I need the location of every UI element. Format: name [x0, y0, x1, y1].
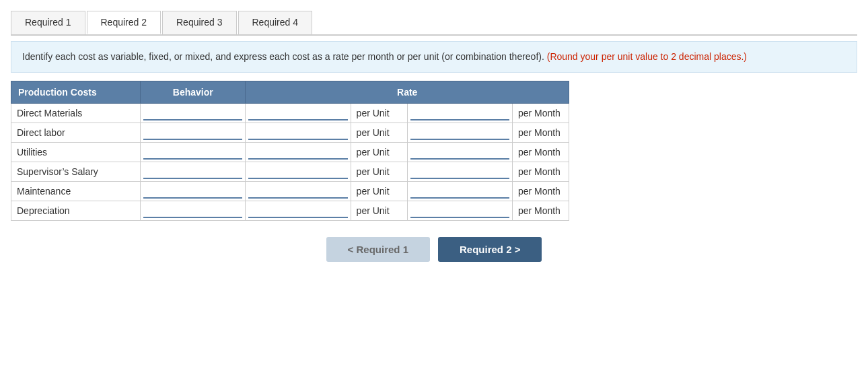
cost-label: Direct labor: [11, 123, 141, 143]
per-month-cell[interactable]: [407, 201, 512, 221]
behavior-cell[interactable]: [141, 182, 246, 201]
per-month-label: per Month: [512, 162, 569, 182]
header-rate: Rate: [246, 81, 569, 104]
tab-required-4[interactable]: Required 4: [238, 11, 313, 34]
tab-required-2[interactable]: Required 2: [87, 11, 161, 34]
table-row: Depreciationper Unitper Month: [11, 201, 569, 221]
table-row: Direct Materialsper Unitper Month: [11, 104, 569, 123]
cost-label: Maintenance: [11, 182, 141, 201]
per-unit-input[interactable]: [248, 106, 347, 120]
table-row: Direct laborper Unitper Month: [11, 123, 569, 143]
tab-required-3[interactable]: Required 3: [162, 11, 237, 34]
per-month-input[interactable]: [410, 203, 509, 218]
per-month-cell[interactable]: [407, 104, 512, 123]
cost-label: Direct Materials: [11, 104, 141, 123]
per-unit-cell[interactable]: [246, 201, 351, 221]
per-unit-input[interactable]: [248, 125, 347, 140]
next-button[interactable]: Required 2 >: [438, 237, 542, 262]
tab-required-1[interactable]: Required 1: [11, 11, 85, 34]
behavior-cell[interactable]: [141, 162, 246, 182]
behavior-cell[interactable]: [141, 104, 246, 123]
per-unit-label: per Unit: [351, 104, 407, 123]
behavior-cell[interactable]: [141, 123, 246, 143]
per-unit-input[interactable]: [248, 203, 347, 218]
per-month-label: per Month: [512, 104, 569, 123]
per-month-input[interactable]: [410, 164, 509, 179]
per-unit-label: per Unit: [351, 201, 407, 221]
table-row: Supervisor’s Salaryper Unitper Month: [11, 162, 569, 182]
per-month-input[interactable]: [410, 125, 509, 140]
per-month-input[interactable]: [410, 145, 509, 160]
info-highlight: (Round your per unit value to 2 decimal …: [547, 51, 747, 62]
prev-button[interactable]: < Required 1: [326, 237, 430, 262]
info-box: Identify each cost as variable, fixed, o…: [11, 41, 857, 73]
behavior-cell[interactable]: [141, 201, 246, 221]
cost-table: Production Costs Behavior Rate Direct Ma…: [11, 81, 569, 221]
cost-label: Supervisor’s Salary: [11, 162, 141, 182]
navigation-buttons: < Required 1 Required 2 >: [11, 237, 857, 262]
per-month-label: per Month: [512, 182, 569, 201]
table-row: Utilitiesper Unitper Month: [11, 143, 569, 162]
behavior-input[interactable]: [143, 184, 242, 199]
per-unit-cell[interactable]: [246, 182, 351, 201]
per-month-label: per Month: [512, 201, 569, 221]
per-unit-label: per Unit: [351, 162, 407, 182]
behavior-input[interactable]: [143, 125, 242, 140]
per-month-label: per Month: [512, 143, 569, 162]
behavior-input[interactable]: [143, 106, 242, 120]
per-unit-cell[interactable]: [246, 143, 351, 162]
per-unit-label: per Unit: [351, 123, 407, 143]
per-month-input[interactable]: [410, 106, 509, 120]
per-unit-cell[interactable]: [246, 123, 351, 143]
per-unit-label: per Unit: [351, 182, 407, 201]
per-unit-input[interactable]: [248, 164, 347, 179]
per-month-cell[interactable]: [407, 182, 512, 201]
info-text: Identify each cost as variable, fixed, o…: [22, 51, 544, 62]
per-unit-cell[interactable]: [246, 162, 351, 182]
per-unit-input[interactable]: [248, 184, 347, 199]
behavior-input[interactable]: [143, 145, 242, 160]
header-production-costs: Production Costs: [11, 81, 141, 104]
behavior-input[interactable]: [143, 164, 242, 179]
behavior-input[interactable]: [143, 203, 242, 218]
per-month-cell[interactable]: [407, 162, 512, 182]
per-unit-input[interactable]: [248, 145, 347, 160]
per-month-cell[interactable]: [407, 123, 512, 143]
behavior-cell[interactable]: [141, 143, 246, 162]
cost-label: Depreciation: [11, 201, 141, 221]
per-month-cell[interactable]: [407, 143, 512, 162]
per-month-input[interactable]: [410, 184, 509, 199]
per-unit-cell[interactable]: [246, 104, 351, 123]
per-month-label: per Month: [512, 123, 569, 143]
per-unit-label: per Unit: [351, 143, 407, 162]
tab-bar: Required 1 Required 2 Required 3 Require…: [11, 11, 857, 36]
cost-label: Utilities: [11, 143, 141, 162]
table-row: Maintenanceper Unitper Month: [11, 182, 569, 201]
header-behavior: Behavior: [141, 81, 246, 104]
